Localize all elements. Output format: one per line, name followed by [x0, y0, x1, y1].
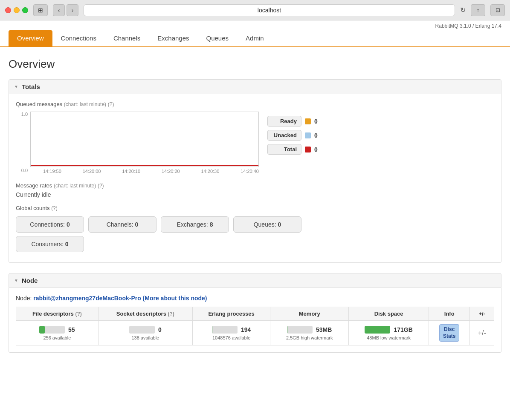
- queues-count[interactable]: Queues: 0: [233, 216, 301, 233]
- chart-x-labels: 14:19:50 14:20:00 14:20:10 14:20:20 14:2…: [43, 169, 259, 174]
- sidebar-button[interactable]: ⊞: [33, 4, 48, 16]
- channels-value: 0: [135, 221, 139, 228]
- reload-button[interactable]: ↻: [460, 6, 466, 14]
- legend-row-ready: Ready 0: [267, 116, 318, 127]
- queued-help-link[interactable]: (?): [108, 101, 114, 107]
- total-label: Total: [267, 144, 301, 155]
- disk-cell: 171GB 48MB low watermark: [349, 321, 429, 345]
- stats-table: File descriptors (?) Socket descriptors …: [16, 307, 494, 345]
- memory-bar: [287, 326, 287, 334]
- node-title: Node: [22, 277, 38, 284]
- th-plus-minus[interactable]: +/-: [470, 307, 494, 321]
- th-erlang-proc: Erlang processes: [192, 307, 270, 321]
- exchanges-count[interactable]: Exchanges: 8: [161, 216, 229, 233]
- info-cell: DiscStats: [429, 321, 470, 345]
- back-icon: ‹: [58, 7, 60, 14]
- th-memory: Memory: [270, 307, 349, 321]
- tab-exchanges[interactable]: Exchanges: [149, 30, 197, 47]
- tab-overview[interactable]: Overview: [9, 30, 52, 47]
- disk-bar: [365, 326, 390, 334]
- disk-value: 171GB: [394, 326, 412, 333]
- nav-tabs: Overview Connections Channels Exchanges …: [9, 30, 501, 46]
- main-content: Overview ▼ Totals Queued messages (chart…: [0, 47, 510, 373]
- tab-channels[interactable]: Channels: [105, 30, 149, 47]
- memory-bar-container: [287, 326, 313, 334]
- file-desc-bar: [39, 326, 45, 334]
- node-name-link[interactable]: rabbit@zhangmeng27deMacBook-Pro: [33, 295, 141, 302]
- forward-button[interactable]: ›: [67, 4, 78, 16]
- totals-section-body: Queued messages (chart: last minute) (?)…: [9, 94, 501, 263]
- x-label-2: 14:20:10: [122, 169, 140, 174]
- socket-desc-help[interactable]: (?): [168, 311, 174, 317]
- global-counts-help-link[interactable]: (?): [51, 205, 58, 211]
- disk-available: 48MB low watermark: [367, 335, 411, 340]
- queued-messages-label: Queued messages (chart: last minute) (?): [16, 101, 494, 107]
- node-section-body: Node: rabbit@zhangmeng27deMacBook-Pro (M…: [9, 288, 501, 353]
- tab-connections[interactable]: Connections: [52, 30, 105, 47]
- minimize-button[interactable]: [14, 7, 20, 13]
- disc-stats-button[interactable]: DiscStats: [439, 324, 459, 342]
- rates-help-link[interactable]: (?): [98, 183, 104, 189]
- ready-value: 0: [314, 118, 318, 125]
- x-label-1: 14:20:00: [83, 169, 101, 174]
- share-icon: ↑: [477, 7, 480, 13]
- share-button[interactable]: ↑: [471, 4, 485, 16]
- node-section-header[interactable]: ▼ Node: [9, 273, 501, 288]
- more-about-node-link[interactable]: (More about this node): [143, 295, 207, 302]
- socket-desc-value: 0: [158, 326, 162, 333]
- erlang-proc-cell: 194 1048576 available: [192, 321, 270, 345]
- socket-desc-available: 138 available: [131, 335, 159, 340]
- plus-minus-cell[interactable]: +/-: [470, 321, 494, 345]
- node-arrow-icon: ▼: [14, 278, 18, 283]
- th-file-desc: File descriptors (?): [16, 307, 99, 321]
- browser-chrome: ⊞ ‹ › localhost ↻ ↑ ⊡: [0, 0, 510, 20]
- chart-legend: Ready 0 Unacked 0 Total 0: [267, 112, 318, 155]
- nav-buttons: ‹ ›: [53, 4, 78, 16]
- reload-icon: ↻: [460, 6, 466, 14]
- chart-svg: [31, 112, 258, 167]
- socket-desc-bar-container: [129, 326, 155, 334]
- totals-title: Totals: [22, 83, 40, 90]
- th-socket-desc: Socket descriptors (?): [98, 307, 192, 321]
- unacked-label: Unacked: [267, 130, 301, 141]
- legend-row-total: Total 0: [267, 144, 318, 155]
- unacked-color: [305, 132, 311, 138]
- tab-queues[interactable]: Queues: [198, 30, 238, 47]
- totals-section-header[interactable]: ▼ Totals: [9, 79, 501, 94]
- channels-count[interactable]: Channels: 0: [88, 216, 156, 233]
- expand-icon: ⊡: [496, 7, 500, 13]
- tab-admin[interactable]: Admin: [237, 30, 272, 47]
- close-button[interactable]: [5, 7, 11, 13]
- node-info-label: Node: rabbit@zhangmeng27deMacBook-Pro (M…: [16, 295, 494, 302]
- x-label-5: 14:20:40: [241, 169, 259, 174]
- x-label-3: 14:20:20: [162, 169, 180, 174]
- file-desc-bar-container: [39, 326, 65, 334]
- memory-cell: 53MB 2.5GB high watermark: [270, 321, 349, 345]
- connections-value: 0: [67, 221, 70, 228]
- file-desc-available: 256 available: [43, 335, 71, 340]
- file-desc-help[interactable]: (?): [75, 311, 81, 317]
- fullscreen-button[interactable]: [22, 7, 28, 13]
- page-content: RabbitMQ 3.1.0 / Erlang 17.4 Overview Co…: [0, 20, 510, 420]
- sidebar-icon: ⊞: [38, 7, 43, 14]
- connections-count[interactable]: Connections: 0: [16, 216, 84, 233]
- exchanges-value: 8: [210, 221, 213, 228]
- erlang-proc-bar: [212, 326, 212, 334]
- page-title: Overview: [9, 58, 501, 71]
- expand-button[interactable]: ⊡: [490, 4, 505, 16]
- consumers-value: 0: [65, 241, 69, 247]
- x-label-0: 14:19:50: [43, 169, 61, 174]
- unacked-value: 0: [314, 132, 318, 139]
- back-button[interactable]: ‹: [53, 4, 65, 16]
- url-bar[interactable]: localhost: [84, 4, 455, 16]
- ready-label: Ready: [267, 116, 301, 127]
- memory-value: 53MB: [316, 326, 332, 333]
- total-color: [305, 147, 311, 152]
- connections-label: Connections:: [30, 221, 67, 228]
- consumers-count[interactable]: Consumers: 0: [16, 236, 84, 252]
- th-info: Info: [429, 307, 470, 321]
- disk-bar-container: [365, 326, 390, 334]
- totals-section: ▼ Totals Queued messages (chart: last mi…: [9, 79, 501, 263]
- total-value: 0: [314, 146, 318, 153]
- plus-minus-toggle[interactable]: +/-: [478, 329, 486, 337]
